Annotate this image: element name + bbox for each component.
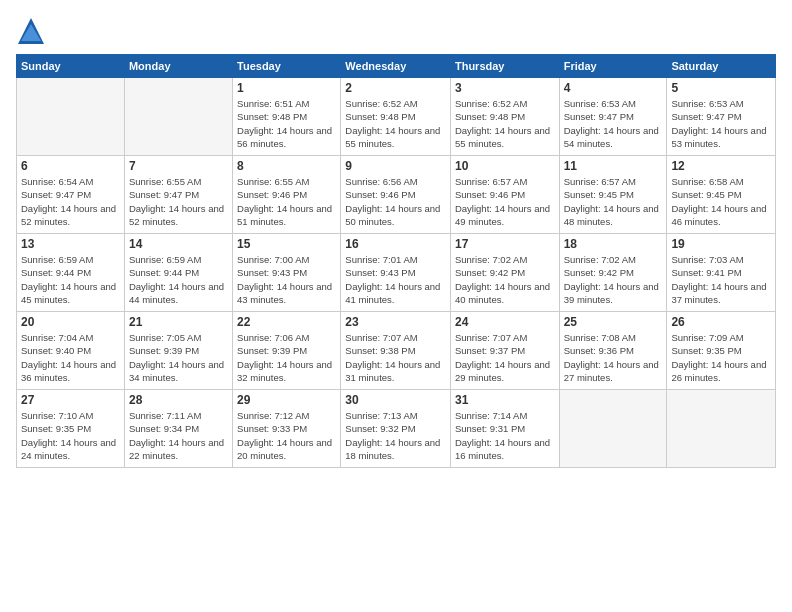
day-number: 7 [129,159,228,173]
day-info: Sunrise: 6:55 AM Sunset: 9:47 PM Dayligh… [129,175,228,228]
calendar-cell: 13Sunrise: 6:59 AM Sunset: 9:44 PM Dayli… [17,234,125,312]
day-number: 1 [237,81,336,95]
day-number: 14 [129,237,228,251]
day-info: Sunrise: 7:11 AM Sunset: 9:34 PM Dayligh… [129,409,228,462]
calendar-cell: 25Sunrise: 7:08 AM Sunset: 9:36 PM Dayli… [559,312,667,390]
day-info: Sunrise: 6:56 AM Sunset: 9:46 PM Dayligh… [345,175,446,228]
day-info: Sunrise: 7:05 AM Sunset: 9:39 PM Dayligh… [129,331,228,384]
day-number: 31 [455,393,555,407]
day-info: Sunrise: 7:07 AM Sunset: 9:37 PM Dayligh… [455,331,555,384]
day-number: 28 [129,393,228,407]
day-number: 23 [345,315,446,329]
calendar-cell: 27Sunrise: 7:10 AM Sunset: 9:35 PM Dayli… [17,390,125,468]
day-info: Sunrise: 6:59 AM Sunset: 9:44 PM Dayligh… [129,253,228,306]
day-info: Sunrise: 7:08 AM Sunset: 9:36 PM Dayligh… [564,331,663,384]
page: SundayMondayTuesdayWednesdayThursdayFrid… [0,0,792,612]
day-info: Sunrise: 6:53 AM Sunset: 9:47 PM Dayligh… [671,97,771,150]
day-number: 3 [455,81,555,95]
day-info: Sunrise: 6:52 AM Sunset: 9:48 PM Dayligh… [345,97,446,150]
day-info: Sunrise: 7:14 AM Sunset: 9:31 PM Dayligh… [455,409,555,462]
day-number: 22 [237,315,336,329]
day-number: 4 [564,81,663,95]
calendar-cell: 9Sunrise: 6:56 AM Sunset: 9:46 PM Daylig… [341,156,451,234]
calendar-week-row: 27Sunrise: 7:10 AM Sunset: 9:35 PM Dayli… [17,390,776,468]
calendar-cell: 11Sunrise: 6:57 AM Sunset: 9:45 PM Dayli… [559,156,667,234]
day-number: 29 [237,393,336,407]
calendar-cell [17,78,125,156]
calendar-cell: 16Sunrise: 7:01 AM Sunset: 9:43 PM Dayli… [341,234,451,312]
calendar-cell: 15Sunrise: 7:00 AM Sunset: 9:43 PM Dayli… [233,234,341,312]
calendar-cell: 7Sunrise: 6:55 AM Sunset: 9:47 PM Daylig… [124,156,232,234]
day-number: 24 [455,315,555,329]
calendar-header-wednesday: Wednesday [341,55,451,78]
day-info: Sunrise: 7:02 AM Sunset: 9:42 PM Dayligh… [564,253,663,306]
day-number: 20 [21,315,120,329]
calendar-cell: 6Sunrise: 6:54 AM Sunset: 9:47 PM Daylig… [17,156,125,234]
day-number: 16 [345,237,446,251]
day-info: Sunrise: 7:13 AM Sunset: 9:32 PM Dayligh… [345,409,446,462]
calendar-cell: 23Sunrise: 7:07 AM Sunset: 9:38 PM Dayli… [341,312,451,390]
calendar-header-row: SundayMondayTuesdayWednesdayThursdayFrid… [17,55,776,78]
calendar-header-saturday: Saturday [667,55,776,78]
calendar-header-sunday: Sunday [17,55,125,78]
day-info: Sunrise: 7:02 AM Sunset: 9:42 PM Dayligh… [455,253,555,306]
day-info: Sunrise: 6:57 AM Sunset: 9:45 PM Dayligh… [564,175,663,228]
day-number: 26 [671,315,771,329]
calendar-cell: 3Sunrise: 6:52 AM Sunset: 9:48 PM Daylig… [450,78,559,156]
day-info: Sunrise: 7:12 AM Sunset: 9:33 PM Dayligh… [237,409,336,462]
day-info: Sunrise: 6:59 AM Sunset: 9:44 PM Dayligh… [21,253,120,306]
calendar-week-row: 13Sunrise: 6:59 AM Sunset: 9:44 PM Dayli… [17,234,776,312]
calendar-cell: 2Sunrise: 6:52 AM Sunset: 9:48 PM Daylig… [341,78,451,156]
calendar-header-friday: Friday [559,55,667,78]
day-number: 12 [671,159,771,173]
day-info: Sunrise: 6:52 AM Sunset: 9:48 PM Dayligh… [455,97,555,150]
day-info: Sunrise: 6:53 AM Sunset: 9:47 PM Dayligh… [564,97,663,150]
day-info: Sunrise: 7:01 AM Sunset: 9:43 PM Dayligh… [345,253,446,306]
day-number: 18 [564,237,663,251]
day-info: Sunrise: 6:57 AM Sunset: 9:46 PM Dayligh… [455,175,555,228]
calendar-cell: 17Sunrise: 7:02 AM Sunset: 9:42 PM Dayli… [450,234,559,312]
logo-icon [16,16,46,46]
calendar-cell [667,390,776,468]
calendar-cell: 8Sunrise: 6:55 AM Sunset: 9:46 PM Daylig… [233,156,341,234]
calendar-cell: 18Sunrise: 7:02 AM Sunset: 9:42 PM Dayli… [559,234,667,312]
calendar-cell: 24Sunrise: 7:07 AM Sunset: 9:37 PM Dayli… [450,312,559,390]
day-number: 6 [21,159,120,173]
day-number: 5 [671,81,771,95]
calendar-header-tuesday: Tuesday [233,55,341,78]
day-info: Sunrise: 7:03 AM Sunset: 9:41 PM Dayligh… [671,253,771,306]
calendar-cell: 28Sunrise: 7:11 AM Sunset: 9:34 PM Dayli… [124,390,232,468]
calendar: SundayMondayTuesdayWednesdayThursdayFrid… [16,54,776,468]
day-info: Sunrise: 6:55 AM Sunset: 9:46 PM Dayligh… [237,175,336,228]
calendar-cell: 20Sunrise: 7:04 AM Sunset: 9:40 PM Dayli… [17,312,125,390]
calendar-cell: 19Sunrise: 7:03 AM Sunset: 9:41 PM Dayli… [667,234,776,312]
calendar-cell: 4Sunrise: 6:53 AM Sunset: 9:47 PM Daylig… [559,78,667,156]
day-info: Sunrise: 7:00 AM Sunset: 9:43 PM Dayligh… [237,253,336,306]
day-number: 2 [345,81,446,95]
calendar-cell: 1Sunrise: 6:51 AM Sunset: 9:48 PM Daylig… [233,78,341,156]
calendar-cell: 30Sunrise: 7:13 AM Sunset: 9:32 PM Dayli… [341,390,451,468]
day-info: Sunrise: 7:04 AM Sunset: 9:40 PM Dayligh… [21,331,120,384]
calendar-cell: 12Sunrise: 6:58 AM Sunset: 9:45 PM Dayli… [667,156,776,234]
day-number: 15 [237,237,336,251]
calendar-week-row: 6Sunrise: 6:54 AM Sunset: 9:47 PM Daylig… [17,156,776,234]
day-number: 17 [455,237,555,251]
day-info: Sunrise: 6:51 AM Sunset: 9:48 PM Dayligh… [237,97,336,150]
logo [16,16,50,46]
day-number: 8 [237,159,336,173]
calendar-cell: 31Sunrise: 7:14 AM Sunset: 9:31 PM Dayli… [450,390,559,468]
calendar-cell: 29Sunrise: 7:12 AM Sunset: 9:33 PM Dayli… [233,390,341,468]
day-number: 10 [455,159,555,173]
calendar-cell: 22Sunrise: 7:06 AM Sunset: 9:39 PM Dayli… [233,312,341,390]
calendar-cell [559,390,667,468]
day-info: Sunrise: 6:58 AM Sunset: 9:45 PM Dayligh… [671,175,771,228]
calendar-cell: 5Sunrise: 6:53 AM Sunset: 9:47 PM Daylig… [667,78,776,156]
calendar-cell: 26Sunrise: 7:09 AM Sunset: 9:35 PM Dayli… [667,312,776,390]
day-number: 9 [345,159,446,173]
day-number: 21 [129,315,228,329]
day-info: Sunrise: 7:10 AM Sunset: 9:35 PM Dayligh… [21,409,120,462]
day-number: 27 [21,393,120,407]
day-number: 25 [564,315,663,329]
calendar-cell: 10Sunrise: 6:57 AM Sunset: 9:46 PM Dayli… [450,156,559,234]
calendar-week-row: 20Sunrise: 7:04 AM Sunset: 9:40 PM Dayli… [17,312,776,390]
